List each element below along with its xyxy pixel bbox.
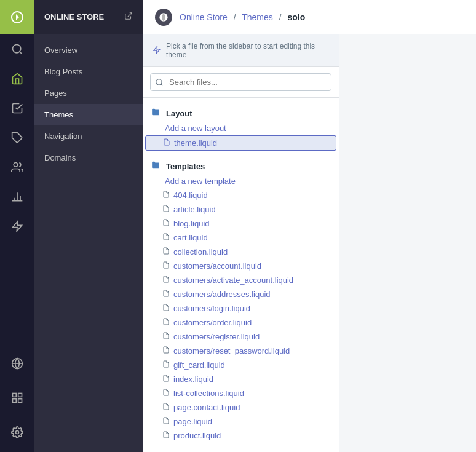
svg-rect-13 (13, 399, 17, 403)
file-panel: Pick a file from the sidebar to start ed… (143, 34, 339, 452)
search-icon (155, 78, 164, 87)
app-logo[interactable] (0, 0, 34, 34)
file-name: page.contact.liquid (173, 403, 240, 412)
file-name: collection.liquid (173, 247, 228, 256)
file-item-product[interactable]: product.liquid (143, 429, 339, 443)
file-icon (162, 218, 170, 229)
file-item-customers-login[interactable]: customers/login.liquid (143, 301, 339, 315)
file-item-customers-addresses[interactable]: customers/addresses.liquid (143, 287, 339, 301)
breadcrumb-sep2: / (279, 12, 282, 22)
file-name-theme-liquid: theme.liquid (174, 138, 217, 148)
search-nav-icon[interactable] (0, 34, 34, 64)
products-nav-icon[interactable] (0, 123, 34, 153)
info-bar: Pick a file from the sidebar to start ed… (143, 34, 339, 67)
file-item-customers-reset[interactable]: customers/reset_password.liquid (143, 344, 339, 358)
globe-nav-icon[interactable] (0, 349, 34, 378)
file-icon (162, 346, 170, 356)
sidebar-item-navigation[interactable]: Navigation (34, 125, 143, 147)
marketing-nav-icon[interactable] (0, 212, 34, 241)
file-icon (162, 204, 170, 215)
svg-rect-11 (18, 394, 22, 397)
file-name: list-collections.liquid (173, 389, 244, 398)
layout-section-header: Layout (143, 103, 339, 121)
store-icon (155, 9, 172, 26)
add-template-link[interactable]: Add a new template (143, 174, 339, 188)
file-tree: Layout Add a new layout theme.liquid (143, 98, 339, 452)
file-item-list-collections[interactable]: list-collections.liquid (143, 386, 339, 400)
file-item-collection[interactable]: collection.liquid (143, 245, 339, 259)
orders-nav-icon[interactable] (0, 93, 34, 123)
apps-nav-icon[interactable] (0, 383, 34, 413)
file-item-page-contact[interactable]: page.contact.liquid (143, 400, 339, 414)
sidebar-title: ONLINE STORE (44, 12, 124, 22)
sidebar-item-themes[interactable]: Themes (34, 104, 143, 125)
svg-point-2 (14, 163, 18, 167)
file-item-article[interactable]: article.liquid (143, 202, 339, 216)
sidebar-header: ONLINE STORE (34, 0, 143, 34)
file-name: customers/order.liquid (173, 318, 252, 327)
file-name: customers/register.liquid (173, 332, 260, 341)
file-icon (162, 430, 170, 441)
sidebar-item-domains[interactable]: Domains (34, 147, 143, 169)
file-icon (162, 317, 170, 328)
home-nav-icon[interactable] (0, 64, 34, 93)
icon-bar (0, 0, 34, 452)
svg-marker-17 (154, 46, 161, 54)
info-icon (153, 46, 161, 56)
search-input[interactable] (150, 73, 331, 91)
file-icon (162, 360, 170, 370)
external-link-icon[interactable] (124, 12, 133, 22)
search-bar (143, 67, 339, 98)
file-name: article.liquid (173, 205, 216, 214)
file-item-gift-card[interactable]: gift_card.liquid (143, 358, 339, 372)
file-name: gift_card.liquid (173, 360, 225, 370)
svg-point-14 (16, 431, 19, 434)
breadcrumb: Online Store / Themes / solo (180, 12, 305, 22)
templates-section-title: Templates (166, 162, 205, 171)
file-item-cart[interactable]: cart.liquid (143, 231, 339, 245)
sidebar-item-pages[interactable]: Pages (34, 82, 143, 104)
file-name: customers/addresses.liquid (173, 290, 271, 299)
file-name: customers/reset_password.liquid (173, 346, 290, 355)
file-icon (162, 402, 170, 413)
sidebar-nav: Overview Blog Posts Pages Themes Navigat… (34, 34, 143, 452)
breadcrumb-themes[interactable]: Themes (242, 12, 273, 22)
file-item-customers-account[interactable]: customers/account.liquid (143, 259, 339, 273)
file-name: customers/account.liquid (173, 261, 261, 271)
file-item-index[interactable]: index.liquid (143, 372, 339, 386)
sidebar-item-overview[interactable]: Overview (34, 39, 143, 61)
file-icon (162, 303, 170, 314)
file-icon (163, 138, 170, 148)
templates-folder-icon (150, 161, 161, 172)
info-message: Pick a file from the sidebar to start ed… (166, 42, 329, 59)
file-name: product.liquid (173, 431, 221, 440)
customers-nav-icon[interactable] (0, 153, 34, 182)
file-icon (162, 275, 170, 285)
analytics-nav-icon[interactable] (0, 182, 34, 212)
file-item-blog[interactable]: blog.liquid (143, 216, 339, 231)
svg-point-0 (13, 45, 21, 53)
svg-rect-12 (18, 399, 22, 403)
file-name: index.liquid (173, 375, 213, 384)
svg-point-18 (156, 79, 162, 84)
breadcrumb-online-store[interactable]: Online Store (180, 12, 228, 22)
file-item-page[interactable]: page.liquid (143, 414, 339, 429)
file-name: customers/login.liquid (173, 304, 250, 313)
file-icon (162, 374, 170, 384)
svg-marker-7 (13, 221, 22, 232)
file-icon (162, 232, 170, 243)
file-icon (162, 416, 170, 427)
editor-pane (339, 34, 476, 452)
templates-section-header: Templates (143, 156, 339, 174)
file-item-customers-register[interactable]: customers/register.liquid (143, 330, 339, 344)
file-item-404[interactable]: 404.liquid (143, 188, 339, 202)
sidebar-item-blog-posts[interactable]: Blog Posts (34, 61, 143, 82)
file-name: page.liquid (173, 417, 212, 426)
file-item-theme-liquid[interactable]: theme.liquid (145, 135, 336, 151)
file-item-customers-order[interactable]: customers/order.liquid (143, 315, 339, 330)
settings-nav-icon[interactable] (0, 418, 34, 447)
add-layout-link[interactable]: Add a new layout (143, 121, 339, 135)
file-item-customers-activate[interactable]: customers/activate_account.liquid (143, 273, 339, 287)
file-icon (162, 261, 170, 271)
sidebar: ONLINE STORE Overview Blog Posts Pages T… (34, 0, 143, 452)
